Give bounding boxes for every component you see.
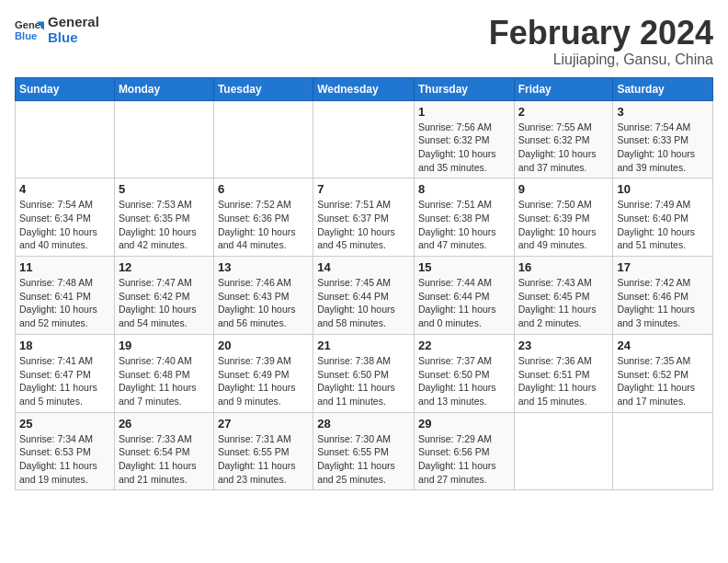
calendar-cell: 1Sunrise: 7:56 AM Sunset: 6:32 PM Daylig… [414, 100, 514, 178]
day-number: 14 [317, 260, 410, 274]
day-number: 22 [418, 339, 510, 352]
day-number: 10 [617, 182, 709, 196]
calendar-title: February 2024 [489, 15, 713, 52]
day-number: 29 [418, 417, 510, 431]
calendar-cell: 22Sunrise: 7:37 AM Sunset: 6:50 PM Dayli… [414, 334, 514, 412]
calendar-cell: 12Sunrise: 7:47 AM Sunset: 6:42 PM Dayli… [114, 257, 213, 335]
day-number: 17 [617, 260, 709, 274]
logo-blue: Blue [48, 30, 99, 46]
calendar-cell [16, 100, 115, 178]
header-sunday: Sunday [16, 77, 115, 100]
day-info: Sunrise: 7:53 AM Sunset: 6:35 PM Dayligh… [119, 198, 210, 252]
calendar-week-1: 1Sunrise: 7:56 AM Sunset: 6:32 PM Daylig… [16, 100, 713, 178]
day-info: Sunrise: 7:52 AM Sunset: 6:36 PM Dayligh… [218, 198, 309, 252]
day-number: 27 [218, 417, 309, 431]
calendar-header-row: SundayMondayTuesdayWednesdayThursdayFrid… [16, 77, 713, 100]
day-number: 2 [518, 105, 609, 119]
day-info: Sunrise: 7:51 AM Sunset: 6:37 PM Dayligh… [317, 198, 410, 252]
calendar-cell: 24Sunrise: 7:35 AM Sunset: 6:52 PM Dayli… [613, 334, 713, 412]
header-friday: Friday [514, 77, 613, 100]
calendar-cell: 25Sunrise: 7:34 AM Sunset: 6:53 PM Dayli… [16, 412, 115, 490]
calendar-cell: 28Sunrise: 7:30 AM Sunset: 6:55 PM Dayli… [313, 412, 415, 490]
calendar-cell: 19Sunrise: 7:40 AM Sunset: 6:48 PM Dayli… [114, 334, 213, 412]
day-info: Sunrise: 7:49 AM Sunset: 6:40 PM Dayligh… [617, 198, 709, 252]
svg-text:Blue: Blue [15, 29, 37, 40]
day-number: 21 [317, 339, 410, 352]
svg-text:General: General [15, 19, 44, 30]
day-number: 16 [518, 260, 609, 274]
calendar-cell: 6Sunrise: 7:52 AM Sunset: 6:36 PM Daylig… [213, 178, 313, 257]
day-info: Sunrise: 7:47 AM Sunset: 6:42 PM Dayligh… [119, 276, 210, 330]
day-number: 23 [518, 339, 609, 352]
calendar-cell: 7Sunrise: 7:51 AM Sunset: 6:37 PM Daylig… [313, 178, 415, 257]
calendar-cell: 3Sunrise: 7:54 AM Sunset: 6:33 PM Daylig… [613, 100, 713, 178]
day-info: Sunrise: 7:36 AM Sunset: 6:51 PM Dayligh… [518, 354, 609, 408]
calendar-cell: 17Sunrise: 7:42 AM Sunset: 6:46 PM Dayli… [613, 257, 713, 335]
calendar-cell: 21Sunrise: 7:38 AM Sunset: 6:50 PM Dayli… [313, 334, 415, 412]
day-info: Sunrise: 7:43 AM Sunset: 6:45 PM Dayligh… [518, 276, 609, 330]
header-thursday: Thursday [414, 77, 514, 100]
calendar-cell [213, 100, 313, 178]
day-number: 24 [617, 339, 709, 352]
logo-icon: General Blue [15, 16, 44, 45]
day-info: Sunrise: 7:51 AM Sunset: 6:38 PM Dayligh… [418, 198, 510, 252]
calendar-cell: 11Sunrise: 7:48 AM Sunset: 6:41 PM Dayli… [16, 257, 115, 335]
calendar-cell: 26Sunrise: 7:33 AM Sunset: 6:54 PM Dayli… [114, 412, 213, 490]
logo: General Blue General Blue [15, 15, 99, 45]
calendar-cell: 16Sunrise: 7:43 AM Sunset: 6:45 PM Dayli… [514, 257, 613, 335]
day-number: 12 [119, 260, 210, 274]
calendar-cell [114, 100, 213, 178]
day-number: 4 [19, 182, 110, 196]
header-monday: Monday [114, 77, 213, 100]
day-info: Sunrise: 7:39 AM Sunset: 6:49 PM Dayligh… [218, 354, 309, 408]
calendar-cell: 9Sunrise: 7:50 AM Sunset: 6:39 PM Daylig… [514, 178, 613, 257]
day-info: Sunrise: 7:45 AM Sunset: 6:44 PM Dayligh… [317, 276, 410, 330]
calendar-cell: 10Sunrise: 7:49 AM Sunset: 6:40 PM Dayli… [613, 178, 713, 257]
day-info: Sunrise: 7:38 AM Sunset: 6:50 PM Dayligh… [317, 354, 410, 408]
calendar-week-4: 18Sunrise: 7:41 AM Sunset: 6:47 PM Dayli… [16, 334, 713, 412]
day-number: 9 [518, 182, 609, 196]
header: General Blue General Blue February 2024 … [15, 15, 713, 68]
day-info: Sunrise: 7:48 AM Sunset: 6:41 PM Dayligh… [19, 276, 110, 330]
day-info: Sunrise: 7:54 AM Sunset: 6:33 PM Dayligh… [617, 121, 709, 175]
day-number: 8 [418, 182, 510, 196]
header-tuesday: Tuesday [213, 77, 313, 100]
calendar-cell: 5Sunrise: 7:53 AM Sunset: 6:35 PM Daylig… [114, 178, 213, 257]
calendar-week-5: 25Sunrise: 7:34 AM Sunset: 6:53 PM Dayli… [16, 412, 713, 490]
day-number: 7 [317, 182, 410, 196]
calendar-cell [514, 412, 613, 490]
day-number: 28 [317, 417, 410, 431]
header-saturday: Saturday [613, 77, 713, 100]
calendar-cell: 29Sunrise: 7:29 AM Sunset: 6:56 PM Dayli… [414, 412, 514, 490]
calendar-cell: 2Sunrise: 7:55 AM Sunset: 6:32 PM Daylig… [514, 100, 613, 178]
day-info: Sunrise: 7:55 AM Sunset: 6:32 PM Dayligh… [518, 121, 609, 175]
day-info: Sunrise: 7:44 AM Sunset: 6:44 PM Dayligh… [418, 276, 510, 330]
day-info: Sunrise: 7:40 AM Sunset: 6:48 PM Dayligh… [119, 354, 210, 408]
calendar-cell: 4Sunrise: 7:54 AM Sunset: 6:34 PM Daylig… [16, 178, 115, 257]
day-info: Sunrise: 7:30 AM Sunset: 6:55 PM Dayligh… [317, 432, 410, 487]
day-info: Sunrise: 7:41 AM Sunset: 6:47 PM Dayligh… [19, 354, 110, 408]
logo-general: General [48, 15, 99, 30]
calendar-week-2: 4Sunrise: 7:54 AM Sunset: 6:34 PM Daylig… [16, 178, 713, 257]
calendar-cell: 27Sunrise: 7:31 AM Sunset: 6:55 PM Dayli… [213, 412, 313, 490]
calendar-cell: 18Sunrise: 7:41 AM Sunset: 6:47 PM Dayli… [16, 334, 115, 412]
day-info: Sunrise: 7:54 AM Sunset: 6:34 PM Dayligh… [19, 198, 110, 252]
calendar-week-3: 11Sunrise: 7:48 AM Sunset: 6:41 PM Dayli… [16, 257, 713, 335]
calendar-cell: 14Sunrise: 7:45 AM Sunset: 6:44 PM Dayli… [313, 257, 415, 335]
day-number: 19 [119, 339, 210, 352]
day-info: Sunrise: 7:56 AM Sunset: 6:32 PM Dayligh… [418, 121, 510, 175]
calendar-cell: 15Sunrise: 7:44 AM Sunset: 6:44 PM Dayli… [414, 257, 514, 335]
calendar-subtitle: Liujiaping, Gansu, China [489, 52, 713, 68]
day-info: Sunrise: 7:29 AM Sunset: 6:56 PM Dayligh… [418, 432, 510, 487]
day-number: 26 [119, 417, 210, 431]
day-number: 6 [218, 182, 309, 196]
calendar-cell: 20Sunrise: 7:39 AM Sunset: 6:49 PM Dayli… [213, 334, 313, 412]
day-info: Sunrise: 7:37 AM Sunset: 6:50 PM Dayligh… [418, 354, 510, 408]
day-number: 1 [418, 105, 510, 119]
calendar-table: SundayMondayTuesdayWednesdayThursdayFrid… [15, 77, 713, 491]
calendar-cell: 13Sunrise: 7:46 AM Sunset: 6:43 PM Dayli… [213, 257, 313, 335]
day-number: 15 [418, 260, 510, 274]
day-number: 11 [19, 260, 110, 274]
day-info: Sunrise: 7:31 AM Sunset: 6:55 PM Dayligh… [218, 432, 309, 487]
title-area: February 2024 Liujiaping, Gansu, China [489, 15, 713, 68]
